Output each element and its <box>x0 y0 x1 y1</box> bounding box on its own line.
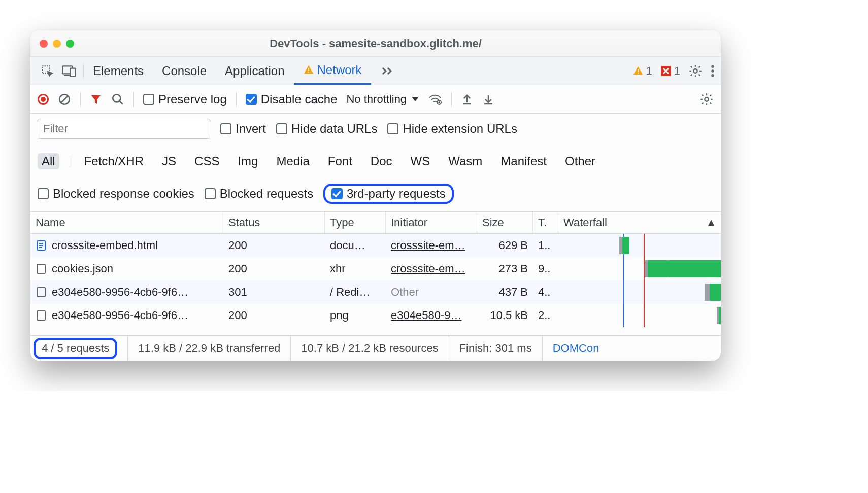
column-waterfall[interactable]: Waterfall▲ <box>558 212 721 233</box>
third-party-checkbox[interactable]: 3rd-party requests <box>331 187 446 201</box>
window-title: DevTools - samesite-sandbox.glitch.me/ <box>30 37 721 50</box>
request-row[interactable]: e304e580-9956-4cb6-9f6… 301 / Redi… Othe… <box>30 280 721 304</box>
request-initiator[interactable]: crosssite-em… <box>386 234 477 257</box>
tab-console[interactable]: Console <box>153 57 216 85</box>
error-count[interactable]: 1 <box>660 64 680 78</box>
inspect-element-icon[interactable] <box>41 64 54 78</box>
waterfall-cell <box>558 257 721 280</box>
warning-icon <box>632 65 644 77</box>
column-type[interactable]: Type <box>325 212 386 233</box>
device-toolbar-icon[interactable] <box>62 64 77 78</box>
type-filter-media[interactable]: Media <box>272 153 313 169</box>
svg-point-20 <box>705 97 708 101</box>
blocked-cookies-checkbox[interactable]: Blocked response cookies <box>38 187 194 201</box>
status-domcontent: DOMCon <box>553 342 599 355</box>
settings-icon[interactable] <box>688 64 703 78</box>
blocked-requests-checkbox[interactable]: Blocked requests <box>205 187 313 201</box>
tab-elements[interactable]: Elements <box>84 57 153 85</box>
type-filter-other[interactable]: Other <box>561 153 599 169</box>
request-initiator[interactable]: crosssite-em… <box>386 257 477 280</box>
request-time: 1.. <box>533 234 558 257</box>
file-icon <box>36 240 47 251</box>
svg-point-11 <box>711 69 714 72</box>
column-initiator[interactable]: Initiator <box>386 212 477 233</box>
type-filter-font[interactable]: Font <box>324 153 356 169</box>
record-button[interactable] <box>38 94 49 105</box>
type-filter-css[interactable]: CSS <box>190 153 223 169</box>
waterfall-cell <box>558 280 721 304</box>
disable-cache-checkbox[interactable]: Disable cache <box>246 92 338 107</box>
tab-network-label: Network <box>317 63 362 77</box>
hide-extension-urls-checkbox[interactable]: Hide extension URLs <box>387 122 517 136</box>
svg-point-9 <box>693 69 697 73</box>
throttling-select[interactable]: No throttling <box>346 93 419 106</box>
error-badge-icon <box>660 65 672 77</box>
waterfall-cell <box>558 234 721 257</box>
svg-line-14 <box>61 96 68 102</box>
tabs-overflow-button[interactable] <box>371 57 403 85</box>
request-name: e304e580-9956-4cb6-9f6… <box>52 286 188 299</box>
type-filter-ws[interactable]: WS <box>407 153 435 169</box>
column-name[interactable]: Name <box>30 212 223 233</box>
status-finish: Finish: 301 ms <box>459 342 532 355</box>
type-filter-js[interactable]: JS <box>158 153 180 169</box>
network-settings-icon[interactable] <box>699 92 714 107</box>
request-time: 2.. <box>533 304 558 327</box>
svg-rect-26 <box>37 288 45 297</box>
tab-application[interactable]: Application <box>216 57 293 85</box>
type-filter-wasm[interactable]: Wasm <box>444 153 486 169</box>
type-filter-all[interactable]: All <box>38 153 59 169</box>
request-row[interactable]: e304e580-9956-4cb6-9f6… 200 png e304e580… <box>30 304 721 327</box>
request-type: xhr <box>325 257 386 280</box>
column-status[interactable]: Status <box>223 212 325 233</box>
request-status: 200 <box>223 234 325 257</box>
request-size: 437 B <box>477 280 533 304</box>
highlight-3rd-party: 3rd-party requests <box>323 184 454 204</box>
invert-checkbox[interactable]: Invert <box>220 122 266 136</box>
import-har-icon[interactable] <box>461 93 473 106</box>
filter-bar: Invert Hide data URLs Hide extension URL… <box>30 114 721 212</box>
svg-line-16 <box>119 101 123 104</box>
more-icon[interactable] <box>711 64 715 78</box>
tab-network[interactable]: Network <box>294 57 371 85</box>
request-row[interactable]: crosssite-embed.html 200 docu… crosssite… <box>30 234 721 257</box>
network-toolbar: Preserve log Disable cache No throttling <box>30 85 721 114</box>
request-size: 10.5 kB <box>477 304 533 327</box>
svg-rect-25 <box>37 264 45 273</box>
preserve-log-checkbox[interactable]: Preserve log <box>143 92 227 107</box>
sort-asc-icon: ▲ <box>706 216 717 229</box>
request-row[interactable]: cookies.json 200 xhr crosssite-em… 273 B… <box>30 257 721 280</box>
clear-button[interactable] <box>58 93 71 106</box>
warning-icon <box>303 64 314 76</box>
status-requests: 4 / 5 requests <box>42 342 109 355</box>
search-icon[interactable] <box>111 93 124 106</box>
request-size: 629 B <box>477 234 533 257</box>
request-status: 200 <box>223 257 325 280</box>
request-initiator: Other <box>386 280 477 304</box>
type-filter-img[interactable]: Img <box>233 153 262 169</box>
type-filter-doc[interactable]: Doc <box>366 153 396 169</box>
chevron-down-icon <box>412 97 419 101</box>
request-initiator[interactable]: e304e580-9… <box>386 304 477 327</box>
status-resources: 10.7 kB / 21.2 kB resources <box>301 342 438 355</box>
svg-point-10 <box>711 65 714 67</box>
filter-input[interactable] <box>38 119 210 139</box>
highlight-request-count: 4 / 5 requests <box>34 338 117 359</box>
request-name: e304e580-9956-4cb6-9f6… <box>52 309 188 322</box>
svg-rect-4 <box>308 68 309 71</box>
type-filter-fetchxhr[interactable]: Fetch/XHR <box>80 153 148 169</box>
type-filter-manifest[interactable]: Manifest <box>496 153 551 169</box>
hide-data-urls-checkbox[interactable]: Hide data URLs <box>276 122 377 136</box>
file-icon <box>36 263 47 274</box>
grid-header: Name Status Type Initiator Size T. Water… <box>30 212 721 234</box>
column-size[interactable]: Size <box>477 212 533 233</box>
network-conditions-icon[interactable] <box>428 93 442 105</box>
request-time: 4.. <box>533 280 558 304</box>
svg-rect-2 <box>70 68 76 76</box>
filter-toggle-icon[interactable] <box>90 93 102 105</box>
column-time[interactable]: T. <box>533 212 558 233</box>
request-time: 9.. <box>533 257 558 280</box>
warning-count[interactable]: 1 <box>632 64 652 78</box>
request-name: crosssite-embed.html <box>52 239 158 252</box>
export-har-icon[interactable] <box>482 93 494 106</box>
